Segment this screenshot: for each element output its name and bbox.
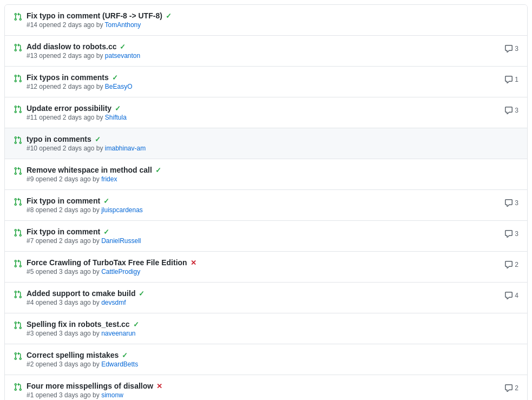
pr-title-link[interactable]: Fix typo in comment (URF-8 -> UTF-8)	[27, 11, 162, 20]
pr-item: Remove whitespace in method call ✓ #9 op…	[5, 159, 527, 190]
pr-author-link[interactable]: jluispcardenas	[101, 206, 143, 214]
pr-content: Fix typo in comment (URF-8 -> UTF-8) ✓ #…	[27, 11, 172, 29]
pr-title-link[interactable]: typo in comments	[27, 135, 91, 143]
pr-author-link[interactable]: CattleProdigy	[101, 268, 140, 276]
comment-count[interactable]: 4	[504, 291, 518, 300]
pr-item: Correct spelling mistakes ✓ #2 opened 3 …	[5, 344, 527, 375]
pr-author-link[interactable]: patsevanton	[105, 52, 140, 60]
pr-left: Fix typo in comment ✓ #8 opened 2 days a…	[14, 196, 504, 214]
pr-title: Update error possibility ✓	[27, 104, 127, 113]
pr-open-icon	[14, 198, 22, 208]
pr-title: Correct spelling mistakes ✓	[27, 351, 138, 359]
pr-meta: #1 opened 3 days ago by simonw	[27, 391, 162, 399]
pr-left: Add diaslow to robots.cc ✓ #13 opened 2 …	[14, 42, 504, 60]
pr-meta: #9 opened 2 days ago by fridex	[27, 175, 161, 183]
pr-author-link[interactable]: fridex	[101, 175, 117, 183]
pr-title-link[interactable]: Update error possibility	[27, 104, 111, 113]
pr-meta: #4 opened 3 days ago by devsdmf	[27, 299, 145, 306]
pr-left: Fix typos in comments ✓ #12 opened 2 day…	[14, 73, 504, 90]
pr-open-icon	[14, 383, 22, 393]
pr-author-link[interactable]: Shiftula	[105, 114, 127, 121]
pr-status-check: ✕	[156, 382, 162, 390]
comment-count[interactable]: 3	[504, 229, 518, 238]
pr-title-link[interactable]: Fix typo in comment	[27, 196, 100, 205]
comment-count[interactable]: 3	[504, 44, 518, 53]
pr-status-check: ✓	[112, 74, 118, 82]
comment-count[interactable]: 1	[504, 75, 518, 84]
pr-left: Force Crawling of TurboTax Free File Edi…	[14, 258, 504, 276]
pr-open-icon	[14, 259, 22, 270]
pr-status-check: ✓	[103, 228, 109, 236]
pr-content: Added support to cmake build ✓ #4 opened…	[27, 289, 145, 306]
pr-meta: #3 opened 3 days ago by naveenarun	[27, 330, 139, 337]
comment-number: 3	[515, 230, 518, 238]
pr-item: Fix typos in comments ✓ #12 opened 2 day…	[5, 67, 527, 97]
pr-author-link[interactable]: DanielRussell	[101, 237, 141, 245]
comment-number: 3	[515, 199, 518, 207]
pr-title-link[interactable]: Add diaslow to robots.cc	[27, 42, 116, 51]
pr-status-check: ✓	[166, 12, 172, 20]
pr-author-link[interactable]: imabhinav-am	[105, 145, 146, 152]
pr-title-link[interactable]: Added support to cmake build	[27, 289, 135, 298]
pr-status-check: ✓	[139, 290, 145, 298]
pr-status-check: ✓	[122, 351, 128, 359]
comment-count[interactable]: 2	[504, 260, 518, 269]
pr-meta: #10 opened 2 days ago by imabhinav-am	[27, 145, 146, 152]
pr-meta: #5 opened 3 days ago by CattleProdigy	[27, 268, 196, 276]
comment-count[interactable]: 3	[504, 199, 518, 207]
pr-title: Fix typo in comment ✓	[27, 227, 141, 236]
pr-author-link[interactable]: devsdmf	[101, 299, 126, 306]
pr-title-link[interactable]: Fix typos in comments	[27, 73, 109, 82]
pr-author-link[interactable]: TomAnthony	[105, 21, 141, 29]
comment-number: 2	[515, 261, 518, 268]
pr-open-icon	[14, 74, 22, 84]
pr-title-link[interactable]: Force Crawling of TurboTax Free File Edi…	[27, 258, 187, 267]
pr-title-link[interactable]: Fix typo in comment	[27, 227, 100, 236]
comment-count[interactable]: 3	[504, 106, 518, 115]
pr-meta: #14 opened 2 days ago by TomAnthony	[27, 21, 172, 29]
pr-status-check: ✓	[155, 166, 161, 174]
pr-item: Added support to cmake build ✓ #4 opened…	[5, 283, 527, 313]
pr-author-link[interactable]: BeEasyO	[105, 83, 133, 90]
pr-open-icon	[14, 290, 22, 300]
pr-author-link[interactable]: simonw	[101, 391, 123, 399]
pr-open-icon	[14, 321, 22, 331]
pr-content: Correct spelling mistakes ✓ #2 opened 3 …	[27, 351, 138, 368]
comment-count[interactable]: 2	[504, 384, 518, 392]
pr-title: Remove whitespace in method call ✓	[27, 166, 161, 174]
pr-content: Fix typo in comment ✓ #7 opened 2 days a…	[27, 227, 141, 245]
pr-title: Four more misspellings of disallow ✕	[27, 382, 162, 390]
pr-open-icon	[14, 43, 22, 54]
pr-title: Fix typo in comment ✓	[27, 196, 143, 205]
comment-number: 1	[515, 76, 518, 83]
pr-author-link[interactable]: naveenarun	[101, 330, 135, 337]
pr-title-link[interactable]: Spelling fix in robots_test.cc	[27, 320, 130, 329]
pr-title: Fix typo in comment (URF-8 -> UTF-8) ✓	[27, 11, 172, 20]
pr-title-link[interactable]: Correct spelling mistakes	[27, 351, 119, 359]
pr-meta: #2 opened 3 days ago by EdwardBetts	[27, 360, 138, 368]
pr-item: Fix typo in comment (URF-8 -> UTF-8) ✓ #…	[5, 5, 527, 36]
pr-content: Remove whitespace in method call ✓ #9 op…	[27, 166, 161, 183]
pr-status-check: ✓	[95, 135, 101, 143]
pr-item: Spelling fix in robots_test.cc ✓ #3 open…	[5, 313, 527, 344]
pr-status-check: ✕	[191, 259, 196, 267]
comment-number: 3	[515, 45, 518, 53]
pr-left: Fix typo in comment (URF-8 -> UTF-8) ✓ #…	[14, 11, 518, 29]
pr-author-link[interactable]: EdwardBetts	[101, 360, 138, 368]
pr-meta: #11 opened 2 days ago by Shiftula	[27, 114, 127, 121]
pr-item: Update error possibility ✓ #11 opened 2 …	[5, 97, 527, 128]
pr-content: Force Crawling of TurboTax Free File Edi…	[27, 258, 196, 276]
pr-item: Force Crawling of TurboTax Free File Edi…	[5, 252, 527, 283]
pr-title-link[interactable]: Remove whitespace in method call	[27, 166, 152, 174]
pr-open-icon	[14, 105, 22, 115]
pr-left: Fix typo in comment ✓ #7 opened 2 days a…	[14, 227, 504, 245]
pr-meta: #8 opened 2 days ago by jluispcardenas	[27, 206, 143, 214]
comment-number: 2	[515, 384, 518, 392]
pr-list: Fix typo in comment (URF-8 -> UTF-8) ✓ #…	[4, 4, 528, 400]
pr-left: Remove whitespace in method call ✓ #9 op…	[14, 166, 518, 183]
pr-open-icon	[14, 136, 22, 146]
pr-status-check: ✓	[115, 104, 121, 113]
pr-title: Fix typos in comments ✓	[27, 73, 133, 82]
pr-content: typo in comments ✓ #10 opened 2 days ago…	[27, 135, 146, 152]
pr-title-link[interactable]: Four more misspellings of disallow	[27, 382, 153, 390]
